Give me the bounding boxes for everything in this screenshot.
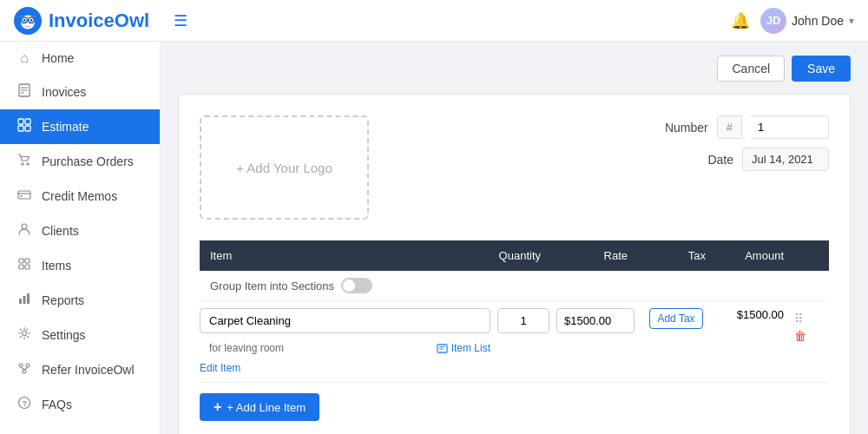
- svg-point-6: [23, 19, 25, 21]
- add-line-item-button[interactable]: + + Add Line Item: [200, 393, 319, 421]
- owl-logo-icon: [14, 7, 42, 35]
- date-row: Date Jul 14, 2021: [665, 148, 829, 171]
- line-item-qty-col: [497, 308, 549, 333]
- group-toggle-label: Group Item into Sections: [210, 279, 334, 293]
- svg-rect-13: [18, 119, 23, 124]
- invoice-card: + Add Your Logo Number # Date Jul 14, 20…: [178, 94, 851, 434]
- table-row: Item List Edit Item Add Tax $1500.0: [200, 301, 829, 383]
- add-tax-button[interactable]: Add Tax: [649, 308, 702, 329]
- sidebar-label-purchase-orders: Purchase Orders: [42, 155, 134, 168]
- edit-item-link[interactable]: Edit Item: [200, 362, 240, 374]
- sidebar-item-credit-memos[interactable]: Credit Memos: [0, 179, 160, 214]
- sidebar-item-purchase-orders[interactable]: Purchase Orders: [0, 144, 160, 179]
- svg-rect-25: [19, 265, 23, 269]
- number-hash: #: [717, 115, 742, 139]
- sidebar-item-estimate[interactable]: Estimate: [0, 109, 160, 144]
- sidebar-label-items: Items: [42, 259, 71, 273]
- sidebar-item-faqs[interactable]: ? FAQs: [0, 387, 160, 422]
- sidebar-label-home: Home: [42, 51, 74, 65]
- sidebar-item-items[interactable]: Items: [0, 248, 160, 283]
- sidebar-item-clients[interactable]: Clients: [0, 214, 160, 248]
- svg-text:?: ?: [23, 399, 28, 408]
- reports-icon: [16, 292, 33, 309]
- group-toggle-switch[interactable]: [341, 278, 372, 293]
- sidebar-label-credit-memos: Credit Memos: [42, 189, 117, 203]
- logo-text: InvoiceOwl: [49, 10, 149, 32]
- sidebar-label-faqs: FAQs: [42, 398, 72, 411]
- group-toggle-cell: Group Item into Sections: [200, 271, 829, 301]
- col-header-amount: Amount: [716, 240, 794, 271]
- sidebar-label-settings: Settings: [42, 328, 86, 342]
- header-right: 🔔 JD John Doe ▾: [731, 8, 854, 34]
- rate-input[interactable]: [556, 308, 635, 333]
- main-content: Cancel Save + Add Your Logo Number # Dat…: [161, 42, 868, 434]
- sidebar-label-estimate: Estimate: [42, 120, 89, 134]
- svg-point-7: [30, 19, 32, 21]
- sidebar: ⌂ Home Inovices Estimate Purchase Orders: [0, 42, 161, 434]
- line-items-container: Item List Edit Item Add Tax $1500.0: [200, 301, 829, 383]
- col-header-rate: Rate: [551, 240, 638, 271]
- date-value[interactable]: Jul 14, 2021: [742, 148, 829, 171]
- svg-line-34: [21, 367, 24, 370]
- cancel-button[interactable]: Cancel: [717, 56, 785, 82]
- username-label: John Doe: [792, 14, 844, 28]
- notification-bell-icon[interactable]: 🔔: [731, 11, 750, 30]
- date-label: Date: [690, 153, 733, 167]
- logo-upload-area[interactable]: + Add Your Logo: [200, 115, 369, 220]
- svg-point-22: [22, 224, 27, 229]
- col-header-tax: Tax: [638, 240, 716, 271]
- svg-point-32: [26, 364, 30, 367]
- avatar-initials: JD: [760, 8, 786, 34]
- item-list-button[interactable]: Item List: [437, 342, 490, 354]
- faqs-icon: ?: [16, 396, 33, 413]
- action-bar: Cancel Save: [178, 56, 851, 82]
- svg-rect-27: [19, 299, 22, 304]
- refer-icon: [16, 361, 33, 378]
- estimate-icon: [16, 118, 33, 135]
- svg-point-31: [19, 364, 23, 367]
- group-toggle-row: Group Item into Sections: [200, 271, 829, 301]
- invoice-meta: Number # Date Jul 14, 2021: [665, 115, 829, 171]
- number-label: Number: [665, 121, 708, 135]
- qty-input[interactable]: [497, 308, 549, 333]
- items-table: Item Quantity Rate Tax Amount Group Item…: [200, 240, 829, 301]
- avatar: JD: [760, 8, 786, 34]
- col-header-item: Item: [200, 240, 473, 271]
- user-menu-chevron-icon: ▾: [849, 15, 854, 27]
- sidebar-item-refer[interactable]: Refer InvoiceOwl: [0, 352, 160, 387]
- add-line-section: + + Add Line Item: [200, 383, 829, 431]
- delete-line-item-button[interactable]: 🗑: [794, 329, 806, 343]
- number-row: Number #: [665, 115, 829, 139]
- svg-rect-19: [18, 191, 30, 199]
- line-item-rate-col: [556, 308, 635, 333]
- sidebar-item-home[interactable]: ⌂ Home: [0, 42, 160, 75]
- invoices-icon: [16, 83, 33, 101]
- logo-text-part2: Owl: [115, 10, 149, 31]
- add-line-label: + Add Line Item: [227, 401, 306, 414]
- svg-point-33: [23, 370, 26, 373]
- save-button[interactable]: Save: [792, 56, 851, 82]
- svg-rect-15: [18, 126, 23, 131]
- drag-handle-icon[interactable]: ⠿: [794, 312, 803, 326]
- sidebar-item-settings[interactable]: Settings: [0, 318, 160, 352]
- svg-rect-16: [25, 126, 30, 131]
- user-menu[interactable]: JD John Doe ▾: [760, 8, 854, 34]
- line-item-desc-input[interactable]: [200, 337, 431, 359]
- items-icon: [16, 257, 33, 274]
- sidebar-item-invoices[interactable]: Inovices: [0, 75, 160, 109]
- toggle-knob: [343, 279, 355, 292]
- invoice-top: + Add Your Logo Number # Date Jul 14, 20…: [200, 115, 829, 220]
- hamburger-menu-icon[interactable]: ☰: [174, 11, 187, 30]
- number-input[interactable]: [751, 115, 829, 139]
- home-icon: ⌂: [16, 50, 33, 66]
- svg-rect-23: [19, 259, 23, 263]
- sidebar-label-reports: Reports: [42, 293, 84, 307]
- sidebar-item-reports[interactable]: Reports: [0, 283, 160, 318]
- line-item-name-input[interactable]: [200, 308, 490, 333]
- svg-point-30: [23, 332, 27, 336]
- line-item-name-col: Item List Edit Item: [200, 308, 490, 375]
- group-toggle-wrap: Group Item into Sections: [210, 278, 819, 293]
- svg-point-18: [27, 163, 29, 165]
- svg-rect-28: [23, 296, 26, 304]
- item-list-label: Item List: [451, 342, 490, 354]
